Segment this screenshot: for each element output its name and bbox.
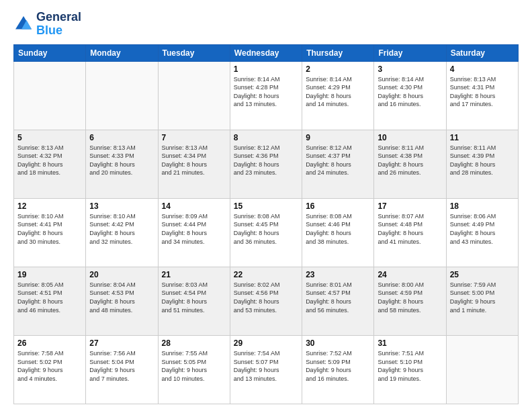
calendar-cell (14, 61, 86, 130)
day-number: 21 (162, 270, 226, 279)
calendar-cell: 6Sunrise: 8:13 AM Sunset: 4:33 PM Daylig… (86, 130, 158, 198)
day-number: 11 (450, 133, 515, 142)
calendar-cell: 31Sunrise: 7:51 AM Sunset: 5:10 PM Dayli… (374, 335, 446, 404)
calendar-table: SundayMondayTuesdayWednesdayThursdayFrid… (13, 44, 519, 404)
day-number: 16 (306, 201, 370, 211)
calendar-cell: 4Sunrise: 8:13 AM Sunset: 4:31 PM Daylig… (446, 61, 518, 130)
calendar-cell (446, 335, 518, 404)
header-row: SundayMondayTuesdayWednesdayThursdayFrid… (14, 44, 519, 61)
col-header-wednesday: Wednesday (230, 44, 302, 61)
day-info: Sunrise: 8:09 AM Sunset: 4:44 PM Dayligh… (162, 212, 226, 246)
day-number: 31 (378, 338, 442, 348)
calendar-cell (158, 61, 230, 130)
calendar-cell: 2Sunrise: 8:14 AM Sunset: 4:29 PM Daylig… (302, 61, 374, 130)
day-number: 17 (378, 201, 442, 211)
calendar-cell: 26Sunrise: 7:58 AM Sunset: 5:02 PM Dayli… (14, 335, 86, 404)
calendar-cell: 27Sunrise: 7:56 AM Sunset: 5:04 PM Dayli… (86, 335, 158, 404)
calendar-cell: 20Sunrise: 8:04 AM Sunset: 4:53 PM Dayli… (86, 267, 158, 335)
calendar-cell: 3Sunrise: 8:14 AM Sunset: 4:30 PM Daylig… (374, 61, 446, 130)
week-row-3: 12Sunrise: 8:10 AM Sunset: 4:41 PM Dayli… (14, 198, 519, 267)
day-info: Sunrise: 8:01 AM Sunset: 4:57 PM Dayligh… (306, 281, 370, 314)
calendar-cell: 17Sunrise: 8:07 AM Sunset: 4:48 PM Dayli… (374, 198, 446, 267)
col-header-friday: Friday (374, 44, 446, 61)
day-info: Sunrise: 8:13 AM Sunset: 4:34 PM Dayligh… (162, 144, 226, 177)
week-row-5: 26Sunrise: 7:58 AM Sunset: 5:02 PM Dayli… (14, 335, 519, 404)
day-number: 19 (17, 270, 82, 279)
calendar-cell: 9Sunrise: 8:12 AM Sunset: 4:37 PM Daylig… (302, 130, 374, 198)
day-number: 30 (306, 338, 370, 348)
day-info: Sunrise: 8:08 AM Sunset: 4:46 PM Dayligh… (306, 212, 370, 246)
logo-text: General Blue (36, 11, 81, 38)
calendar-cell: 5Sunrise: 8:13 AM Sunset: 4:32 PM Daylig… (14, 130, 86, 198)
day-number: 18 (450, 201, 515, 211)
day-number: 25 (450, 270, 515, 279)
day-info: Sunrise: 7:54 AM Sunset: 5:07 PM Dayligh… (234, 349, 298, 383)
calendar-cell: 13Sunrise: 8:10 AM Sunset: 4:42 PM Dayli… (86, 198, 158, 267)
day-number: 24 (378, 270, 442, 279)
calendar-cell: 16Sunrise: 8:08 AM Sunset: 4:46 PM Dayli… (302, 198, 374, 267)
day-info: Sunrise: 8:11 AM Sunset: 4:38 PM Dayligh… (378, 144, 442, 177)
week-row-4: 19Sunrise: 8:05 AM Sunset: 4:51 PM Dayli… (14, 267, 519, 335)
day-number: 7 (162, 133, 226, 142)
day-info: Sunrise: 8:13 AM Sunset: 4:33 PM Dayligh… (89, 144, 154, 177)
col-header-sunday: Sunday (14, 44, 86, 61)
calendar-cell: 1Sunrise: 8:14 AM Sunset: 4:28 PM Daylig… (230, 61, 302, 130)
col-header-saturday: Saturday (446, 44, 518, 61)
day-number: 3 (378, 64, 442, 74)
day-info: Sunrise: 8:10 AM Sunset: 4:42 PM Dayligh… (89, 212, 154, 246)
day-info: Sunrise: 7:59 AM Sunset: 5:00 PM Dayligh… (450, 281, 515, 314)
logo-icon (13, 14, 34, 34)
day-number: 27 (89, 338, 154, 348)
day-info: Sunrise: 8:13 AM Sunset: 4:32 PM Dayligh… (17, 144, 82, 177)
day-info: Sunrise: 8:13 AM Sunset: 4:31 PM Dayligh… (450, 75, 515, 109)
day-info: Sunrise: 7:55 AM Sunset: 5:05 PM Dayligh… (162, 349, 226, 383)
day-info: Sunrise: 8:00 AM Sunset: 4:59 PM Dayligh… (378, 281, 442, 314)
calendar-cell: 8Sunrise: 8:12 AM Sunset: 4:36 PM Daylig… (230, 130, 302, 198)
day-info: Sunrise: 8:10 AM Sunset: 4:41 PM Dayligh… (17, 212, 82, 246)
calendar-cell: 30Sunrise: 7:52 AM Sunset: 5:09 PM Dayli… (302, 335, 374, 404)
day-number: 26 (17, 338, 82, 348)
day-info: Sunrise: 7:51 AM Sunset: 5:10 PM Dayligh… (378, 349, 442, 383)
day-number: 10 (378, 133, 442, 142)
calendar-cell: 28Sunrise: 7:55 AM Sunset: 5:05 PM Dayli… (158, 335, 230, 404)
day-number: 22 (234, 270, 298, 279)
day-info: Sunrise: 7:58 AM Sunset: 5:02 PM Dayligh… (17, 349, 82, 383)
calendar-cell: 25Sunrise: 7:59 AM Sunset: 5:00 PM Dayli… (446, 267, 518, 335)
day-number: 6 (89, 133, 154, 142)
page: General Blue SundayMondayTuesdayWednesda… (0, 0, 532, 411)
calendar-cell: 19Sunrise: 8:05 AM Sunset: 4:51 PM Dayli… (14, 267, 86, 335)
day-number: 12 (17, 201, 82, 211)
calendar-cell (86, 61, 158, 130)
calendar-cell: 23Sunrise: 8:01 AM Sunset: 4:57 PM Dayli… (302, 267, 374, 335)
day-number: 4 (450, 64, 515, 74)
day-info: Sunrise: 7:56 AM Sunset: 5:04 PM Dayligh… (89, 349, 154, 383)
day-info: Sunrise: 8:04 AM Sunset: 4:53 PM Dayligh… (89, 281, 154, 314)
day-number: 29 (234, 338, 298, 348)
calendar-cell: 11Sunrise: 8:11 AM Sunset: 4:39 PM Dayli… (446, 130, 518, 198)
day-info: Sunrise: 8:11 AM Sunset: 4:39 PM Dayligh… (450, 144, 515, 177)
day-info: Sunrise: 8:08 AM Sunset: 4:45 PM Dayligh… (234, 212, 298, 246)
calendar-cell: 22Sunrise: 8:02 AM Sunset: 4:56 PM Dayli… (230, 267, 302, 335)
calendar-cell: 15Sunrise: 8:08 AM Sunset: 4:45 PM Dayli… (230, 198, 302, 267)
day-info: Sunrise: 8:12 AM Sunset: 4:36 PM Dayligh… (234, 144, 298, 177)
day-info: Sunrise: 8:14 AM Sunset: 4:30 PM Dayligh… (378, 75, 442, 109)
calendar-cell: 14Sunrise: 8:09 AM Sunset: 4:44 PM Dayli… (158, 198, 230, 267)
calendar-cell: 18Sunrise: 8:06 AM Sunset: 4:49 PM Dayli… (446, 198, 518, 267)
calendar-cell: 24Sunrise: 8:00 AM Sunset: 4:59 PM Dayli… (374, 267, 446, 335)
day-number: 23 (306, 270, 370, 279)
day-number: 5 (17, 133, 82, 142)
day-info: Sunrise: 8:07 AM Sunset: 4:48 PM Dayligh… (378, 212, 442, 246)
week-row-1: 1Sunrise: 8:14 AM Sunset: 4:28 PM Daylig… (14, 61, 519, 130)
col-header-thursday: Thursday (302, 44, 374, 61)
logo: General Blue (13, 11, 81, 38)
day-info: Sunrise: 8:05 AM Sunset: 4:51 PM Dayligh… (17, 281, 82, 314)
day-info: Sunrise: 8:03 AM Sunset: 4:54 PM Dayligh… (162, 281, 226, 314)
day-info: Sunrise: 8:14 AM Sunset: 4:28 PM Dayligh… (234, 75, 298, 109)
day-number: 13 (89, 201, 154, 211)
day-number: 28 (162, 338, 226, 348)
calendar-cell: 21Sunrise: 8:03 AM Sunset: 4:54 PM Dayli… (158, 267, 230, 335)
day-number: 14 (162, 201, 226, 211)
day-info: Sunrise: 7:52 AM Sunset: 5:09 PM Dayligh… (306, 349, 370, 383)
day-number: 1 (234, 64, 298, 74)
calendar-cell: 7Sunrise: 8:13 AM Sunset: 4:34 PM Daylig… (158, 130, 230, 198)
